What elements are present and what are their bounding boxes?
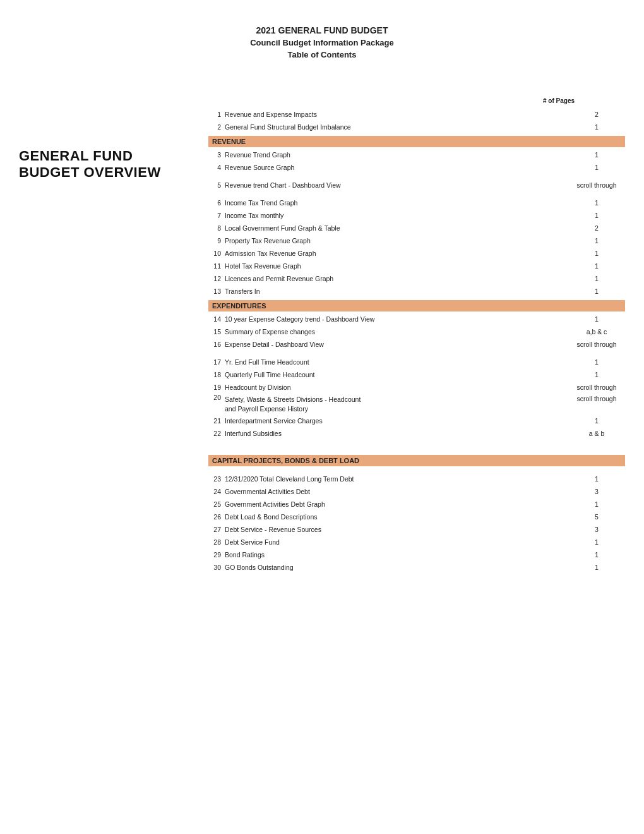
item-desc-21: Interdepartment Service Charges: [224, 416, 568, 426]
item-num-3: 3: [208, 151, 224, 159]
toc-row-30: 30 GO Bonds Outstanding 1: [208, 561, 625, 574]
item-num-4: 4: [208, 164, 224, 171]
toc-row-2: 2 General Fund Structural Budget Imbalan…: [208, 121, 625, 133]
item-desc-27: Debt Service - Revenue Sources: [224, 524, 568, 535]
item-desc-24: Governmental Activities Debt: [224, 486, 568, 497]
item-desc-20-line1: Safety, Waste & Streets Divisions - Head…: [225, 396, 361, 403]
item-num-30: 30: [208, 564, 224, 571]
item-num-7: 7: [208, 212, 224, 219]
item-num-27: 27: [208, 526, 224, 533]
item-pages-15: a,b & c: [568, 328, 625, 335]
toc-row-1: 1 Revenue and Expense Impacts 2: [208, 108, 625, 121]
toc-row-23: 23 12/31/2020 Total Cleveland Long Term …: [208, 473, 625, 485]
item-desc-29: Bond Ratings: [224, 550, 568, 560]
item-desc-16: Expense Detail - Dashboard View: [224, 339, 568, 349]
toc-row-10: 10 Admission Tax Revenue Graph 1: [208, 247, 625, 260]
item-desc-13: Transfers In: [224, 286, 568, 296]
expenditures-section-header: EXPENDITURES: [208, 300, 625, 311]
item-num-22: 22: [208, 430, 224, 437]
item-pages-9: 1: [568, 237, 625, 245]
item-pages-18: 1: [568, 371, 625, 378]
title-main: 2021 GENERAL FUND BUDGET: [0, 25, 644, 35]
item-pages-14: 1: [568, 315, 625, 323]
item-pages-29: 1: [568, 551, 625, 559]
item-pages-11: 1: [568, 262, 625, 270]
item-num-12: 12: [208, 275, 224, 282]
item-desc-15: Summary of Expense changes: [224, 327, 568, 337]
item-pages-2: 1: [568, 123, 625, 131]
item-pages-5: scroll through: [568, 181, 625, 189]
toc-row-22: 22 Interfund Subsidies a & b: [208, 427, 625, 440]
item-pages-23: 1: [568, 475, 625, 483]
item-num-11: 11: [208, 262, 224, 270]
toc-row-14: 14 10 year Expense Category trend - Dash…: [208, 313, 625, 325]
item-num-10: 10: [208, 250, 224, 257]
item-desc-20: Safety, Waste & Streets Divisions - Head…: [224, 394, 568, 414]
item-pages-10: 1: [568, 250, 625, 257]
toc-row-4: 4 Revenue Source Graph 1: [208, 161, 625, 174]
item-desc-10: Admission Tax Revenue Graph: [224, 248, 568, 258]
toc-row-8: 8 Local Government Fund Graph & Table 2: [208, 222, 625, 234]
toc-row-18: 18 Quarterly Full Time Headcount 1: [208, 368, 625, 381]
toc-row-16: 16 Expense Detail - Dashboard View scrol…: [208, 338, 625, 351]
toc-row-19: 19 Headcount by Division scroll through: [208, 381, 625, 394]
item-desc-14: 10 year Expense Category trend - Dashboa…: [224, 314, 568, 324]
item-pages-16: scroll through: [568, 341, 625, 348]
item-desc-17: Yr. End Full Time Headcount: [224, 357, 568, 367]
toc-row-3: 3 Revenue Trend Graph 1: [208, 148, 625, 161]
item-num-5: 5: [208, 181, 224, 189]
toc-table: 1 Revenue and Expense Impacts 2 2 Genera…: [208, 108, 625, 574]
toc-row-9: 9 Property Tax Revenue Graph 1: [208, 234, 625, 247]
toc-row-17: 17 Yr. End Full Time Headcount 1: [208, 356, 625, 368]
toc-row-11: 11 Hotel Tax Revenue Graph 1: [208, 260, 625, 272]
item-num-14: 14: [208, 315, 224, 323]
item-pages-22: a & b: [568, 430, 625, 437]
item-desc-5: Revenue trend Chart - Dashboard View: [224, 180, 568, 190]
item-pages-6: 1: [568, 199, 625, 207]
item-num-13: 13: [208, 287, 224, 295]
item-num-8: 8: [208, 224, 224, 232]
revenue-section-header-container: REVENUE: [208, 136, 625, 147]
item-desc-18: Quarterly Full Time Headcount: [224, 370, 568, 380]
item-pages-25: 1: [568, 500, 625, 508]
item-desc-26: Debt Load & Bond Descriptions: [224, 512, 568, 522]
item-pages-12: 1: [568, 275, 625, 282]
item-num-19: 19: [208, 384, 224, 391]
toc-row-21: 21 Interdepartment Service Charges 1: [208, 414, 625, 427]
toc-row-29: 29 Bond Ratings 1: [208, 548, 625, 561]
toc-row-7: 7 Income Tax monthly 1: [208, 209, 625, 222]
toc-row-15: 15 Summary of Expense changes a,b & c: [208, 325, 625, 338]
item-num-9: 9: [208, 237, 224, 245]
item-desc-22: Interfund Subsidies: [224, 428, 568, 438]
item-num-28: 28: [208, 538, 224, 546]
item-desc-9: Property Tax Revenue Graph: [224, 236, 568, 246]
item-num-20: 20: [208, 394, 224, 401]
item-pages-28: 1: [568, 538, 625, 546]
item-desc-25: Government Activities Debt Graph: [224, 499, 568, 509]
item-desc-20-line2: and Payroll Expense History: [225, 405, 308, 413]
item-pages-30: 1: [568, 564, 625, 571]
item-num-1: 1: [208, 111, 224, 118]
toc-row-20: 20 Safety, Waste & Streets Divisions - H…: [208, 394, 625, 414]
item-num-2: 2: [208, 123, 224, 131]
item-pages-1: 2: [568, 111, 625, 118]
toc-row-13: 13 Transfers In 1: [208, 285, 625, 298]
item-pages-24: 3: [568, 488, 625, 495]
toc-row-27: 27 Debt Service - Revenue Sources 3: [208, 523, 625, 536]
item-pages-3: 1: [568, 151, 625, 159]
content-area: GENERAL FUND BUDGET OVERVIEW # of Pages …: [0, 97, 644, 574]
toc-content: # of Pages 1 Revenue and Expense Impacts…: [196, 97, 625, 574]
item-desc-30: GO Bonds Outstanding: [224, 562, 568, 572]
item-desc-6: Income Tax Trend Graph: [224, 198, 568, 208]
item-desc-23: 12/31/2020 Total Cleveland Long Term Deb…: [224, 474, 568, 484]
item-num-18: 18: [208, 371, 224, 378]
revenue-section-header: REVENUE: [208, 136, 625, 147]
toc-row-25: 25 Government Activities Debt Graph 1: [208, 498, 625, 511]
item-num-6: 6: [208, 199, 224, 207]
general-fund-label: GENERAL FUND BUDGET OVERVIEW: [19, 148, 196, 181]
item-num-15: 15: [208, 328, 224, 335]
item-desc-8: Local Government Fund Graph & Table: [224, 223, 568, 233]
item-desc-3: Revenue Trend Graph: [224, 150, 568, 160]
item-pages-26: 5: [568, 513, 625, 521]
item-desc-11: Hotel Tax Revenue Graph: [224, 261, 568, 271]
